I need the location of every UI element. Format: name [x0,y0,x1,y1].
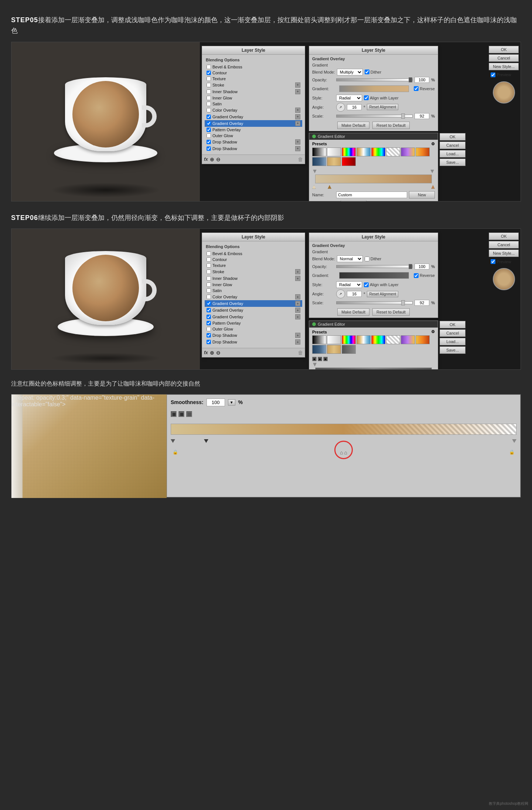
preset-copper[interactable] [357,148,371,156]
new-style-btn-2[interactable]: New Style... [489,250,519,257]
stop-icon-3[interactable]: ■ [323,357,328,361]
reverse-checkbox[interactable] [414,86,419,91]
bottom-stop-left-arrow[interactable] [171,439,175,443]
layer-item-inner-glow-2[interactable]: Inner Glow [205,282,302,288]
inner-shadow-plus-2[interactable]: + [295,276,300,281]
smoothness-value-input[interactable] [207,399,225,406]
layer-item-texture[interactable]: Texture [205,76,302,82]
angle-input[interactable] [347,104,362,110]
drop-shadow-2-plus[interactable]: + [295,146,300,151]
preset-copper-2[interactable] [357,335,371,344]
dither-checkbox[interactable] [365,70,369,74]
opacity-thumb-2[interactable] [409,264,412,269]
stop-icon-2[interactable]: ■ [318,357,322,361]
scale-thumb-2[interactable] [401,300,405,305]
blending-options-label-2[interactable]: Blending Options [204,243,303,250]
layer-item-gradient-overlay-active-2[interactable]: Gradient Overlay + [205,300,302,307]
drop-shadow-2-2-plus[interactable]: + [295,339,300,345]
inner-shadow-checkbox-2[interactable] [207,276,211,281]
preset-rainbow-2[interactable] [342,335,356,344]
preset-transparent[interactable] [386,148,400,156]
preset-rainbow[interactable] [342,148,356,156]
bevel-checkbox-2[interactable] [207,251,211,256]
layer-item-gradient-overlay-2-active[interactable]: Gradient Overlay + [205,120,302,127]
opacity-stop-left[interactable] [313,170,317,173]
layer-item-satin-2[interactable]: Satin [205,288,302,294]
align-layer-checkbox-2[interactable] [364,282,369,287]
trash-btn-2[interactable]: 🗑 [298,350,303,356]
inner-shadow-plus[interactable]: + [295,89,300,94]
layer-item-color-overlay-2[interactable]: Color Overlay + [205,294,302,300]
angle-dial[interactable]: ↗ [336,103,345,112]
preset-violet-2[interactable] [401,335,415,344]
layer-item-gradient-overlay-1[interactable]: Gradient Overlay + [205,113,302,120]
layer-item-gradient-overlay-c[interactable]: Gradient Overlay + [205,314,302,320]
presets-gear-2[interactable]: ⚙ [431,329,435,334]
preset-spectrum-2[interactable] [371,335,385,344]
layer-item-contour-2[interactable]: Contour [205,257,302,262]
color-stop-right[interactable] [431,185,435,189]
angle-dial-2[interactable]: ↗ [336,289,345,298]
cancel-btn-1[interactable]: Cancel [489,54,519,62]
layer-item-inner-shadow[interactable]: Inner Shadow + [205,88,302,95]
dither-checkbox-2[interactable] [365,257,369,261]
layer-item-gradient-overlay-b[interactable]: Gradient Overlay + [205,307,302,314]
ok-btn-2[interactable]: OK [489,233,519,240]
color-overlay-plus-2[interactable]: + [295,294,300,299]
gradient-type-select-1[interactable]: Solid Noise [341,200,366,201]
editor-load-btn-1[interactable]: Load... [440,150,466,157]
preview-checkbox-1[interactable] [491,72,495,77]
layer-item-bevel-2[interactable]: Bevel & Emboss [205,251,302,257]
color-overlay-plus[interactable]: + [295,108,300,113]
remove-effect-btn-2[interactable]: ⊖ [216,350,221,356]
stroke-plus[interactable]: + [295,82,300,88]
texture-checkbox-2[interactable] [207,263,211,268]
gradient-overlay-b-plus[interactable]: + [295,308,300,313]
layer-item-texture-2[interactable]: Texture [205,262,302,268]
layer-item-stroke-2[interactable]: Stroke + [205,268,302,275]
style-select-2[interactable]: Radial Linear [336,281,362,288]
preset-transparent-2[interactable] [386,335,400,344]
blend-mode-select-2[interactable]: Normal Multiply [337,255,363,262]
gradient-overlay-b-checkbox[interactable] [207,308,211,312]
ok-btn-1[interactable]: OK [489,46,519,53]
opacity-thumb[interactable] [409,77,412,82]
trash-btn[interactable]: 🗑 [298,156,303,162]
scale-input[interactable] [415,113,429,119]
bottom-stop-icon-3[interactable] [186,411,192,417]
preset-orange[interactable] [416,148,430,156]
editor-save-btn-1[interactable]: Save... [440,159,466,166]
gradient-overlay-2-checkbox[interactable] [207,121,211,126]
opacity-input-2[interactable] [415,264,429,270]
style-select[interactable]: Radial Linear [336,95,362,101]
gradient-overlay-active-2-plus[interactable]: + [295,301,300,306]
opacity-stop-left-2[interactable] [313,363,317,366]
opacity-stop-right[interactable] [430,170,434,173]
satin-checkbox-2[interactable] [207,288,211,293]
blend-mode-select[interactable]: Multiply Normal [337,69,363,75]
contour-checkbox[interactable] [207,71,211,75]
make-default-btn[interactable]: Make Default [337,122,369,129]
editor-cancel-btn-1[interactable]: Cancel [440,142,466,149]
scale-slider-2[interactable] [336,301,413,304]
scale-input-2[interactable] [415,300,429,306]
layer-item-stroke[interactable]: Stroke + [205,82,302,88]
preset-red[interactable] [342,157,356,166]
layer-item-drop-shadow-2[interactable]: Drop Shadow + [205,145,302,152]
layer-item-color-overlay[interactable]: Color Overlay + [205,107,302,113]
editor-ok-btn-1[interactable]: OK [440,133,466,140]
cancel-btn-2[interactable]: Cancel [489,241,519,248]
bottom-stop-icon-2[interactable] [178,411,184,417]
drop-shadow-1-plus[interactable]: + [295,139,300,145]
reverse-checkbox-2[interactable] [414,273,419,278]
color-stop-left[interactable] [312,185,316,189]
bottom-gradient-bar[interactable] [171,424,516,435]
satin-checkbox[interactable] [207,102,211,106]
layer-item-drop-shadow-1-2[interactable]: Drop Shadow + [205,332,302,339]
gradient-preview[interactable] [339,85,409,92]
layer-item-inner-glow[interactable]: Inner Glow [205,95,302,101]
add-effect-btn[interactable]: ⊕ [210,156,214,162]
preset-violet[interactable] [401,148,415,156]
layer-item-drop-shadow-1[interactable]: Drop Shadow + [205,139,302,145]
outer-glow-checkbox[interactable] [207,133,211,138]
